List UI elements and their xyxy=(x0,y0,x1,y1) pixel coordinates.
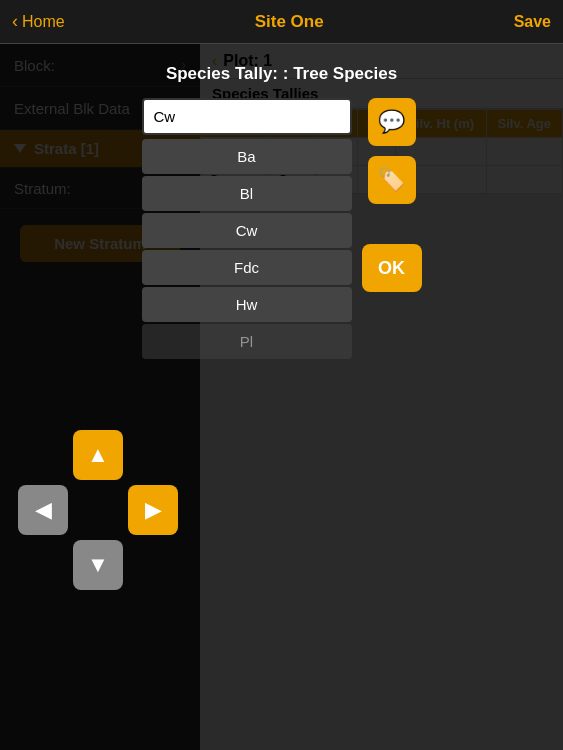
tag-icon: 🏷️ xyxy=(378,167,405,193)
modal-title: Species Tally: : Tree Species xyxy=(166,64,397,84)
home-label: Home xyxy=(22,13,65,31)
modal-overlay: ▲ ◀ ▶ ▼ Species Tally: : Tree Species Ba… xyxy=(0,44,563,750)
dpad-down-button[interactable]: ▼ xyxy=(73,540,123,590)
modal-side-buttons: 💬 🏷️ OK xyxy=(362,98,422,292)
dpad: ▲ ◀ ▶ ▼ xyxy=(18,430,178,590)
dpad-up-button[interactable]: ▲ xyxy=(73,430,123,480)
comment-icon: 💬 xyxy=(378,109,405,135)
dpad-empty-tr xyxy=(128,430,178,480)
modal-list-item[interactable]: Pl xyxy=(142,324,352,359)
back-chevron-icon: ‹ xyxy=(12,11,18,32)
modal-list-item[interactable]: Ba xyxy=(142,139,352,174)
modal-body: BaBlCwFdcHwPl 💬 🏷️ OK xyxy=(142,98,422,359)
nav-bar: ‹ Home Site One Save xyxy=(0,0,563,44)
modal-list-item[interactable]: Cw xyxy=(142,213,352,248)
dpad-overlay: ▲ ◀ ▶ ▼ xyxy=(18,430,178,590)
modal-list-item[interactable]: Bl xyxy=(142,176,352,211)
modal-list-area: BaBlCwFdcHwPl xyxy=(142,98,352,359)
home-button[interactable]: ‹ Home xyxy=(12,11,65,32)
dpad-right-button[interactable]: ▶ xyxy=(128,485,178,535)
ok-button[interactable]: OK xyxy=(362,244,422,292)
tag-button[interactable]: 🏷️ xyxy=(368,156,416,204)
save-button[interactable]: Save xyxy=(514,13,551,31)
dpad-empty-bl xyxy=(18,540,68,590)
nav-title: Site One xyxy=(255,12,324,32)
modal-list-item[interactable]: Fdc xyxy=(142,250,352,285)
dpad-empty-br xyxy=(128,540,178,590)
dpad-empty-center xyxy=(73,485,123,535)
species-search-input[interactable] xyxy=(142,98,352,135)
dpad-left-button[interactable]: ◀ xyxy=(18,485,68,535)
modal-species-list: BaBlCwFdcHwPl xyxy=(142,139,352,359)
dpad-empty-tl xyxy=(18,430,68,480)
modal-list-item[interactable]: Hw xyxy=(142,287,352,322)
comment-button[interactable]: 💬 xyxy=(368,98,416,146)
